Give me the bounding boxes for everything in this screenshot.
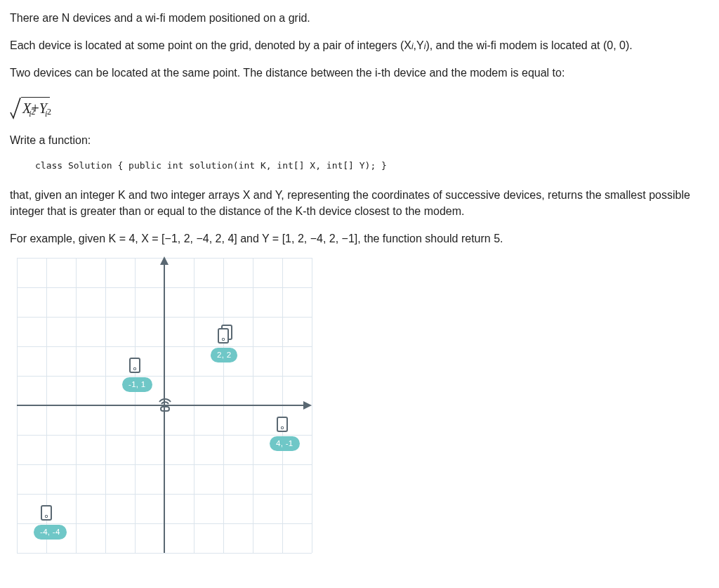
paragraph-5: For example, given K = 4, X = [−1, 2, −4… — [10, 230, 711, 247]
device-icon — [218, 328, 229, 344]
svg-rect-0 — [161, 407, 169, 411]
distance-formula: X2i + Y2i — [10, 97, 50, 119]
coordinate-badge: 4, -1 — [270, 436, 300, 451]
formula-y-sup: 2 — [47, 106, 51, 118]
device-icon — [129, 358, 140, 373]
arrow-up-icon — [160, 256, 169, 265]
formula-y-sub: i — [45, 108, 47, 120]
paragraph-3: Two devices can be located at the same p… — [10, 65, 711, 81]
coordinate-badge: -4, -4 — [34, 525, 67, 540]
grid-line-horizontal — [17, 553, 312, 554]
p2-part-b: ,Y — [414, 39, 424, 51]
coordinate-grid-diagram: -1, 12, 24, -1-4, -4 — [17, 258, 312, 553]
grid-line-vertical — [312, 258, 312, 553]
device-pair-icon — [218, 328, 229, 348]
p2-part-c: ), and the wi-fi modem is located at (0,… — [426, 39, 632, 51]
formula-x-sub: i — [29, 108, 31, 120]
code-signature: class Solution { public int solution(int… — [35, 159, 711, 173]
paragraph-2: Each device is located at some point on … — [10, 37, 711, 53]
device-icon — [41, 505, 52, 521]
sqrt-icon — [10, 97, 21, 119]
formula-plus: + — [32, 98, 39, 119]
modem-icon — [156, 396, 174, 414]
document-page: There are N devices and a wi-fi modem po… — [0, 0, 719, 581]
device-icon — [277, 417, 288, 432]
paragraph-1: There are N devices and a wi-fi modem po… — [10, 10, 711, 26]
paragraph-4: that, given an integer K and two integer… — [10, 187, 711, 219]
p2-part-a: Each device is located at some point on … — [10, 39, 411, 51]
arrow-right-icon — [303, 401, 312, 410]
coordinate-badge: 2, 2 — [211, 348, 237, 362]
coordinate-badge: -1, 1 — [122, 377, 152, 392]
write-function-label: Write a function: — [10, 132, 711, 148]
